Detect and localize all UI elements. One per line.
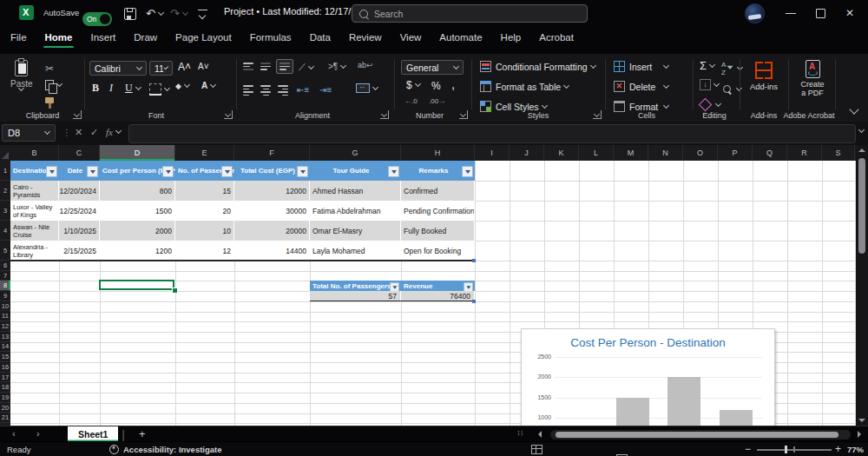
new-sheet-button[interactable]: +	[139, 427, 146, 440]
font-name-select[interactable]: Calibri	[89, 61, 147, 76]
document-title[interactable]: Project • Last Modified: 12/17/...	[224, 6, 368, 17]
horizontal-scrollbar[interactable]	[550, 430, 851, 439]
fill-button[interactable]: ↓	[700, 79, 719, 90]
summary-header-1[interactable]: Revenue	[401, 281, 475, 291]
embedded-chart[interactable]: Cost Per Person - Destination 0500100015…	[521, 328, 775, 426]
accessibility-status[interactable]: Accessibility: Investigate	[109, 445, 222, 454]
table-cell[interactable]: 20	[175, 201, 234, 221]
chart-bar-3[interactable]	[720, 410, 753, 426]
percent-button[interactable]: %	[431, 80, 441, 92]
table-header-3[interactable]: No. of Passengers	[175, 161, 234, 181]
menu-tab-file[interactable]: File	[9, 26, 29, 50]
vertical-scrollbar[interactable]	[856, 145, 868, 426]
menu-tab-draw[interactable]: Draw	[132, 26, 159, 50]
spreadsheet-grid[interactable]: BCDEFGHIJKLMNOPQRS 123456789101112131415…	[0, 145, 856, 426]
redo-button[interactable]: ↷	[170, 7, 187, 20]
table-cell[interactable]: Cairo - Pyramids	[10, 181, 59, 201]
prev-sheet-arrow[interactable]: ‹	[12, 428, 16, 439]
align-top-icon[interactable]	[243, 63, 253, 70]
table-header-1[interactable]: Date	[59, 161, 100, 181]
table-header-5[interactable]: Tour Guide	[310, 161, 401, 181]
clear-button[interactable]	[700, 100, 720, 109]
underline-button[interactable]: U	[125, 82, 141, 95]
table-cell[interactable]: 2/15/2025	[59, 241, 100, 261]
table-cell[interactable]: Fatima Abdelrahman	[310, 201, 401, 221]
italic-button[interactable]: I	[109, 82, 113, 95]
table-cell[interactable]: Luxor - Valley of Kings	[10, 201, 59, 221]
decrease-indent-icon[interactable]: ⇤≡	[297, 85, 309, 95]
table-header-2[interactable]: Cost per Person (EGP)	[100, 161, 175, 181]
table-cell[interactable]: 12000	[234, 181, 310, 201]
wrap-text-button[interactable]: ab↩	[358, 61, 373, 69]
avatar[interactable]	[745, 3, 765, 23]
table-cell[interactable]: Pending Confirmation	[401, 201, 475, 221]
sheet-tab-sheet1[interactable]: Sheet1	[68, 426, 118, 442]
borders-button[interactable]	[149, 83, 169, 96]
table-cell[interactable]: 12/25/2024	[59, 201, 100, 221]
format-as-table-button[interactable]: Format as Table	[480, 81, 569, 92]
filter-dropdown-icon[interactable]	[464, 282, 473, 291]
table-cell[interactable]: Omar El-Masry	[310, 221, 401, 241]
filter-dropdown-icon[interactable]	[162, 166, 174, 177]
autosum-button[interactable]: Σ	[700, 59, 714, 72]
normal-view-button[interactable]	[531, 445, 542, 454]
table-cell[interactable]: Alexandria - Library	[10, 241, 59, 261]
undo-button[interactable]: ↶	[146, 7, 163, 20]
table-cell[interactable]: Confirmed	[401, 181, 475, 201]
insert-function-icon[interactable]: fx	[106, 127, 121, 137]
table-cell[interactable]: Ahmed Hassan	[310, 181, 401, 201]
menu-tab-automate[interactable]: Automate	[437, 26, 483, 50]
menu-tab-page-layout[interactable]: Page Layout	[174, 26, 233, 50]
table-cell[interactable]: Open for Booking	[401, 241, 475, 261]
next-sheet-arrow[interactable]: ›	[36, 428, 40, 439]
find-select-button[interactable]	[723, 85, 741, 93]
menu-tab-help[interactable]: Help	[499, 26, 523, 50]
menu-tab-insert[interactable]: Insert	[89, 26, 117, 50]
align-center-icon[interactable]	[260, 85, 271, 96]
table-cell[interactable]: Fully Booked	[401, 221, 475, 241]
fill-color-button[interactable]: ◆	[175, 82, 189, 90]
increase-font-size-button[interactable]: A˄	[178, 61, 191, 73]
chart-bar-1[interactable]	[616, 398, 649, 426]
bold-button[interactable]: B	[92, 82, 99, 95]
fill-handle[interactable]	[172, 287, 178, 294]
chart-bar-2[interactable]	[667, 377, 700, 426]
menu-tab-formulas[interactable]: Formulas	[248, 26, 293, 50]
table-cell[interactable]: 30000	[234, 201, 310, 221]
hscroll-right-arrow[interactable]	[858, 431, 861, 438]
table-cell[interactable]: 2000	[100, 221, 175, 241]
table-header-6[interactable]: Remarks	[401, 161, 475, 181]
alignment-dialog-launcher[interactable]	[380, 110, 389, 119]
menu-tab-home[interactable]: Home	[43, 26, 75, 50]
font-dialog-launcher[interactable]	[224, 110, 233, 119]
save-icon[interactable]	[124, 8, 136, 20]
align-left-icon[interactable]	[243, 85, 253, 96]
format-painter-icon[interactable]	[45, 97, 54, 103]
align-right-icon[interactable]	[278, 85, 288, 96]
formula-input[interactable]	[128, 124, 856, 143]
tabbar-drag-handle[interactable]: ⁝⁝	[517, 428, 524, 437]
font-size-select[interactable]: 11	[149, 61, 173, 76]
menu-tab-view[interactable]: View	[398, 26, 424, 50]
table-cell[interactable]: Layla Mohamed	[310, 241, 401, 261]
table-cell[interactable]: 1500	[100, 201, 175, 221]
table-cell[interactable]: 20000	[234, 221, 310, 241]
number-format-select[interactable]: General	[401, 60, 464, 75]
collapse-ribbon-icon[interactable]	[849, 104, 858, 114]
font-color-button[interactable]: A	[201, 81, 215, 90]
copy-button[interactable]	[45, 80, 62, 90]
table-resize-handle[interactable]	[472, 259, 476, 262]
styles-dialog-launcher[interactable]	[593, 110, 602, 119]
summary-header-0[interactable]: Total No. of Passengers	[310, 281, 401, 291]
enter-formula-icon[interactable]: ✓	[90, 127, 98, 138]
table-cell[interactable]: Aswan - Nile Cruise	[10, 221, 59, 241]
conditional-formatting-button[interactable]: Conditional Formatting	[480, 61, 595, 72]
decrease-decimal-button[interactable]: .00→	[429, 97, 445, 105]
table-cell[interactable]: 1200	[100, 241, 175, 261]
table-cell[interactable]: 12/20/2024	[59, 181, 100, 201]
currency-button[interactable]: $	[406, 79, 420, 91]
add-ins-button[interactable]: Add-ins	[745, 62, 783, 91]
clipboard-dialog-launcher[interactable]	[73, 110, 82, 119]
zoom-out-button[interactable]: −	[745, 443, 751, 455]
increase-decimal-button[interactable]: ←.0	[404, 97, 418, 105]
